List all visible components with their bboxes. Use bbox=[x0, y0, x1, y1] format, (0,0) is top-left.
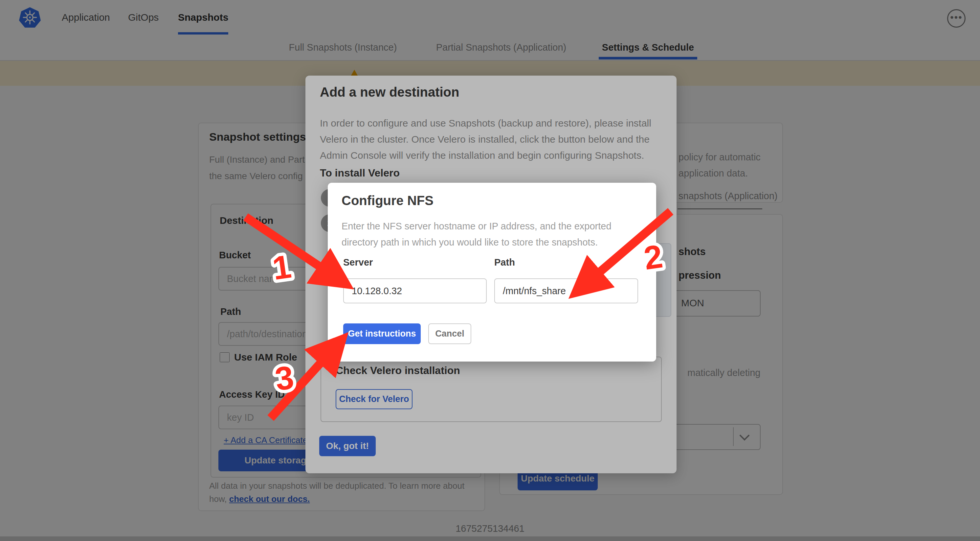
nfs-path-input[interactable] bbox=[494, 278, 638, 303]
nfs-server-input[interactable] bbox=[343, 278, 487, 303]
nfs-path-label: Path bbox=[494, 257, 515, 268]
nfs-description-line2: directory path in which you would like t… bbox=[342, 235, 611, 251]
server-label: Server bbox=[343, 257, 373, 268]
admin-console-page: Application GitOps Snapshots ••• Full Sn… bbox=[0, 0, 980, 541]
get-instructions-button[interactable]: Get instructions bbox=[343, 323, 421, 344]
nfs-description-line1: Enter the NFS server hostname or IP addr… bbox=[342, 218, 611, 235]
nfs-modal-title: Configure NFS bbox=[342, 193, 434, 208]
cancel-button[interactable]: Cancel bbox=[428, 323, 471, 344]
configure-nfs-modal: Configure NFS Enter the NFS server hostn… bbox=[328, 183, 656, 362]
